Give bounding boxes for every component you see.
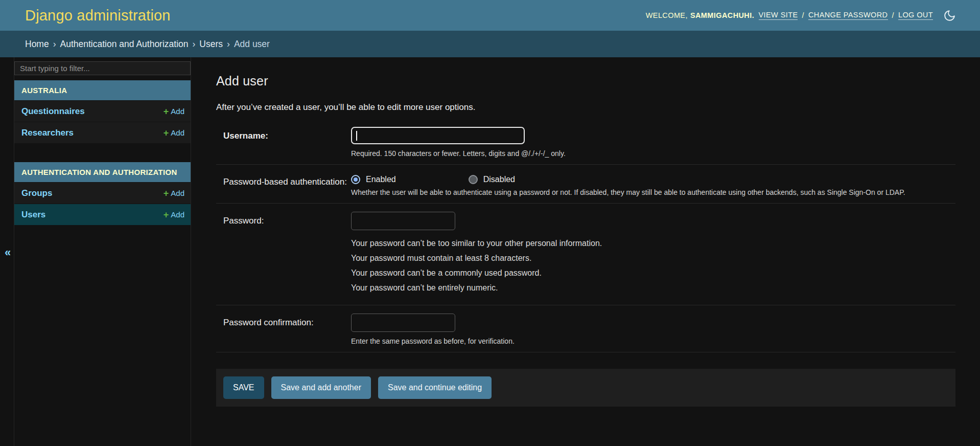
password-help-item: Your password can’t be too similar to yo… (351, 239, 955, 248)
password-confirmation-input[interactable] (351, 314, 455, 332)
save-button[interactable]: SAVE (223, 376, 264, 399)
breadcrumb-auth[interactable]: Authentication and Authorization (60, 39, 189, 50)
password-help-item: Your password can’t be a commonly used p… (351, 269, 955, 278)
intro-text: After you’ve created a user, you’ll be a… (216, 102, 955, 113)
sidebar-filter-input[interactable] (14, 61, 191, 75)
password-confirmation-label: Password confirmation: (223, 314, 351, 328)
breadcrumb: Home › Authentication and Authorization … (0, 31, 980, 57)
logout-link[interactable]: LOG OUT (898, 11, 933, 20)
sidebar-item-questionnaires[interactable]: Questionnaires + Add (14, 100, 191, 122)
save-and-continue-editing-button[interactable]: Save and continue editing (378, 376, 492, 399)
plus-icon: + (164, 107, 169, 116)
welcome-label: WELCOME, (646, 11, 688, 19)
sidebar-item-groups[interactable]: Groups + Add (14, 182, 191, 204)
form-row-auth: Password-based authentication: Enabled D… (216, 165, 955, 204)
plus-icon: + (164, 210, 169, 219)
breadcrumb-current: Add user (234, 39, 270, 50)
add-label: Add (171, 189, 184, 197)
sidebar-item-users[interactable]: Users + Add (14, 204, 191, 225)
view-site-link[interactable]: VIEW SITE (759, 11, 798, 20)
add-user-form: Username: Required. 150 characters or fe… (216, 119, 955, 407)
sidebar-item-researchers[interactable]: Researchers + Add (14, 122, 191, 143)
password-help-item: Your password can’t be entirely numeric. (351, 283, 955, 293)
user-tools: WELCOME, SAMMIGACHUHI. VIEW SITE / CHANG… (646, 9, 956, 22)
auth-label: Password-based authentication: (223, 173, 351, 187)
radio-unchecked-icon[interactable] (469, 175, 478, 184)
username-label: Username: (223, 127, 351, 141)
add-group-link[interactable]: + Add (164, 189, 184, 198)
add-researcher-link[interactable]: + Add (164, 128, 184, 138)
radio-label: Disabled (483, 175, 515, 184)
password-input[interactable] (351, 212, 455, 230)
radio-option-enabled[interactable]: Enabled (351, 175, 396, 184)
radio-option-disabled[interactable]: Disabled (469, 175, 515, 184)
section-caption[interactable]: AUTHENTICATION AND AUTHORIZATION (14, 162, 191, 182)
username-help: Required. 150 characters or fewer. Lette… (351, 149, 955, 158)
username-input[interactable] (351, 127, 525, 144)
add-label: Add (171, 128, 184, 137)
form-row-password-confirmation: Password confirmation: Enter the same pa… (216, 305, 955, 352)
breadcrumb-home[interactable]: Home (25, 39, 49, 50)
password-label: Password: (223, 212, 351, 226)
theme-toggle-button[interactable] (943, 9, 956, 22)
site-title[interactable]: Django administration (25, 7, 171, 24)
nav-sidebar: AUSTRALIA Questionnaires + Add Researche… (14, 57, 191, 446)
breadcrumb-separator: › (193, 39, 196, 50)
separator: / (802, 11, 804, 19)
main-content: Add user After you’ve created a user, yo… (191, 57, 980, 446)
model-link[interactable]: Questionnaires (21, 106, 85, 117)
submit-row: SAVE Save and add another Save and conti… (216, 369, 955, 407)
section-caption[interactable]: AUSTRALIA (14, 80, 191, 100)
page-title: Add user (216, 74, 955, 88)
breadcrumb-separator: › (227, 39, 230, 50)
add-label: Add (171, 107, 184, 116)
plus-icon: + (164, 189, 169, 198)
text-cursor (356, 131, 357, 141)
header: Django administration WELCOME, SAMMIGACH… (0, 0, 980, 31)
add-label: Add (171, 210, 184, 219)
breadcrumb-users[interactable]: Users (199, 39, 223, 50)
separator: / (892, 11, 894, 19)
password-help-list: Your password can’t be too similar to yo… (351, 239, 955, 293)
model-link[interactable]: Users (21, 210, 45, 220)
change-password-link[interactable]: CHANGE PASSWORD (808, 11, 888, 20)
add-user-link[interactable]: + Add (164, 210, 184, 219)
password-confirmation-help: Enter the same password as before, for v… (351, 337, 955, 345)
sidebar-toggle-strip: « (0, 57, 14, 446)
form-row-username: Username: Required. 150 characters or fe… (216, 119, 955, 165)
plus-icon: + (164, 128, 169, 138)
radio-label: Enabled (366, 175, 396, 184)
form-row-password: Password: Your password can’t be too sim… (216, 204, 955, 305)
sidebar-section-australia: AUSTRALIA Questionnaires + Add Researche… (14, 80, 191, 143)
sidebar-section-auth: AUTHENTICATION AND AUTHORIZATION Groups … (14, 162, 191, 225)
save-and-add-another-button[interactable]: Save and add another (271, 376, 371, 399)
model-link[interactable]: Researchers (21, 128, 74, 138)
auth-help: Whether the user will be able to authent… (351, 188, 955, 196)
breadcrumb-separator: › (53, 39, 56, 50)
sidebar-collapse-toggle[interactable]: « (2, 246, 14, 260)
add-questionnaire-link[interactable]: + Add (164, 107, 184, 116)
password-help-item: Your password must contain at least 8 ch… (351, 254, 955, 263)
radio-checked-icon[interactable] (351, 175, 360, 184)
moon-icon (943, 16, 956, 24)
current-username: SAMMIGACHUHI. (690, 11, 754, 19)
model-link[interactable]: Groups (21, 188, 52, 198)
